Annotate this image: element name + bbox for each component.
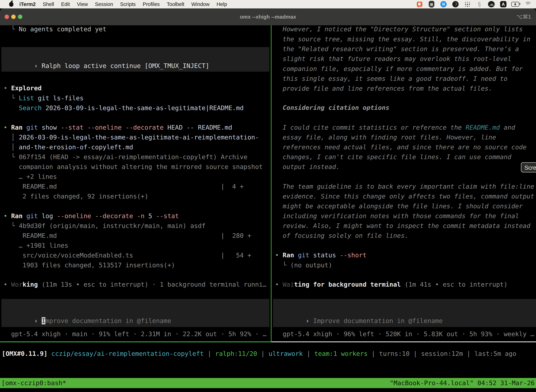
menu-item-help[interactable]: Help bbox=[216, 1, 227, 7]
screen-indicator-tooltip[interactable]: Scre bbox=[521, 162, 536, 173]
tmux-host-clock-label: "MacBook-Pro-44.local" 04:52 31-Mar-26 bbox=[390, 378, 535, 388]
terminal-line: └ List git ls-files bbox=[0, 93, 84, 103]
terminal-line: └ 4b9d30f (origin/main, instructkr/main,… bbox=[0, 221, 206, 231]
terminal-line: Search 2026-03-09-is-legal-the-same-as-l… bbox=[0, 103, 244, 113]
right-input-placeholder: Improve documentation in @filename bbox=[313, 317, 443, 324]
terminal-line: • Explored bbox=[0, 83, 42, 93]
a-app-icon[interactable]: A bbox=[499, 0, 507, 8]
text-cursor: I bbox=[42, 317, 46, 324]
terminal-line: of focusing solely on file lines. bbox=[272, 231, 408, 241]
terminal-line: • Ran git log --oneline --decorate -n 5 … bbox=[0, 211, 179, 221]
terminal-line: essay file, along with finding root file… bbox=[272, 132, 496, 142]
window-title: omx --xhigh --madmax bbox=[0, 9, 536, 25]
terminal-line: [OMX#0.11.9] cczip/essay/ai-reimplementa… bbox=[0, 349, 516, 359]
terminal-line: the "Related research writing" section i… bbox=[272, 44, 519, 54]
terminal-area: › Ralph loop active continue [OMX_TMUX_I… bbox=[0, 25, 536, 342]
tmux-status-bar: [omx-cczip0:bash* "MacBook-Pro-44.local"… bbox=[0, 378, 536, 388]
menu-item-toolbelt[interactable]: Toolbelt bbox=[167, 1, 184, 7]
terminal-line: README.md | 4 + bbox=[0, 182, 244, 191]
terminal-line: review. Also, I might want to inspect th… bbox=[272, 221, 530, 231]
terminal-line: … +1901 lines bbox=[0, 240, 68, 250]
terminal-line: The team guideline is to back every impo… bbox=[272, 182, 534, 191]
menu-item-session[interactable]: Session bbox=[95, 1, 113, 7]
terminal-line: • Ran git show --stat --oneline --decora… bbox=[0, 122, 232, 132]
badge-61-icon[interactable]: ..61 bbox=[487, 0, 495, 8]
terminal-line: │ and-the-erosion-of-copyleft.md bbox=[0, 142, 133, 152]
terminal-line: └ 067f154 (HEAD -> essay/ai-reimplementa… bbox=[0, 152, 247, 162]
terminal-line: changes, I can't cite specific file line… bbox=[272, 152, 511, 162]
terminal-line: output instead. bbox=[272, 162, 340, 172]
terminal-line: └ No agents completed yet bbox=[0, 25, 106, 34]
terminal-line: I could cite commit statistics or refere… bbox=[272, 122, 515, 132]
menu-item-window[interactable]: Window bbox=[191, 1, 210, 7]
terminal-line: 2 files changed, 92 insertions(+) bbox=[0, 191, 148, 201]
injected-prompt-box: › Ralph loop active continue [OMX_TMUX_I… bbox=[1, 47, 269, 72]
terminal-line: might be acceptable alongside the file l… bbox=[272, 201, 523, 211]
terminal-line: gpt-5.4 xhigh · main · 91% left · 2.31M … bbox=[0, 329, 267, 339]
terminal-line: companion analysis without altering the … bbox=[0, 162, 263, 172]
terminal-line: • Waiting for background terminal (1m 41… bbox=[272, 280, 507, 289]
shield-grid-icon[interactable]: ▦ bbox=[427, 0, 436, 8]
terminal-line: README.md | 280 + bbox=[0, 231, 251, 241]
terminal-line: However, I noticed the "Directory Struct… bbox=[272, 25, 523, 34]
wifi-icon[interactable] bbox=[523, 0, 531, 8]
terminal-line: references need actual files, and since … bbox=[272, 142, 526, 152]
terminal-line: • Working (11m 13s • esc to interrupt) ·… bbox=[0, 280, 267, 289]
left-input-placeholder: mprove documentation in @filename bbox=[45, 317, 171, 324]
right-input-box[interactable]: › Improve documentation in @filename bbox=[273, 299, 536, 327]
battery-icon[interactable] bbox=[511, 0, 519, 8]
terminal-line: │ 2026-03-09-is-legal-the-same-as-legiti… bbox=[0, 132, 259, 142]
terminal-line: slight risk that future readers may over… bbox=[272, 54, 511, 64]
window-title-bar: omx --xhigh --madmax ⌥⌘1 bbox=[0, 9, 536, 25]
menu-item-edit[interactable]: Edit bbox=[61, 1, 70, 7]
menu-item-scripts[interactable]: Scripts bbox=[120, 1, 136, 7]
left-terminal-pane[interactable]: › Ralph loop active continue [OMX_TMUX_I… bbox=[0, 25, 271, 342]
terminal-line: Considering citation options bbox=[272, 103, 389, 112]
prompt-arrow-icon: › bbox=[34, 317, 42, 324]
tmux-session-label: [omx-cczip0:bash* bbox=[1, 378, 66, 388]
terminal-line: the source tree, missing the essay. Stil… bbox=[272, 34, 530, 44]
pane-divider[interactable] bbox=[271, 25, 272, 342]
terminal-line: 1903 files changed, 513517 insertions(+) bbox=[0, 260, 175, 270]
prompt-arrow-icon: › bbox=[34, 62, 42, 69]
terminal-line: └ (no output) bbox=[272, 260, 332, 270]
omx-status-line: [OMX#0.11.9] cczip/essay/ai-reimplementa… bbox=[0, 349, 536, 359]
menu-item-profiles[interactable]: Profiles bbox=[143, 1, 160, 7]
terminal-line: • Ran git status --short bbox=[272, 250, 366, 260]
terminal-line: gpt-5.4 xhigh · 96% left · 520K in · 5.8… bbox=[272, 329, 534, 339]
messenger-icon[interactable]: N bbox=[440, 0, 448, 8]
menu-bar: iTerm2 Shell Edit View Session Scripts P… bbox=[0, 0, 536, 9]
terminal-line: … +2 lines bbox=[0, 172, 57, 182]
terminal-line: src/voice/voiceModeEnabled.ts | 54 + bbox=[0, 250, 251, 260]
terminal-line: companion file, especially if more comme… bbox=[272, 64, 523, 74]
terminal-line: evidence. Since this change only affects… bbox=[272, 191, 534, 201]
left-input-box[interactable]: › Improve documentation in @filename bbox=[1, 299, 269, 327]
menu-status-icons: ▦ N ☽ § ..61 A bbox=[414, 0, 536, 8]
menu-item-shell[interactable]: Shell bbox=[43, 1, 54, 7]
terminal-line: including verification notes with those … bbox=[272, 211, 519, 221]
dots-grid-icon[interactable] bbox=[463, 0, 471, 8]
menu-item-iterm2[interactable]: iTerm2 bbox=[19, 1, 36, 7]
prompt-arrow-icon: › bbox=[306, 317, 313, 324]
window-shortcut-badge: ⌥⌘1 bbox=[516, 9, 531, 25]
squiggle-icon[interactable]: § bbox=[475, 0, 483, 8]
chat-app-icon[interactable] bbox=[416, 0, 424, 8]
terminal-line: provide file and line references from th… bbox=[272, 84, 492, 93]
terminal-line: this single essay, it seems like a good … bbox=[272, 74, 507, 84]
right-terminal-pane[interactable]: › Improve documentation in @filename How… bbox=[272, 25, 536, 342]
moon-circle-icon[interactable]: ☽ bbox=[451, 0, 459, 8]
menu-item-view[interactable]: View bbox=[77, 1, 88, 7]
apple-menu-icon[interactable] bbox=[9, 2, 13, 7]
left-pane-bottom-border bbox=[0, 341, 272, 342]
right-pane-bottom-border bbox=[272, 341, 536, 342]
injected-prompt-text: Ralph loop active continue [OMX_TMUX_INJ… bbox=[42, 62, 210, 69]
